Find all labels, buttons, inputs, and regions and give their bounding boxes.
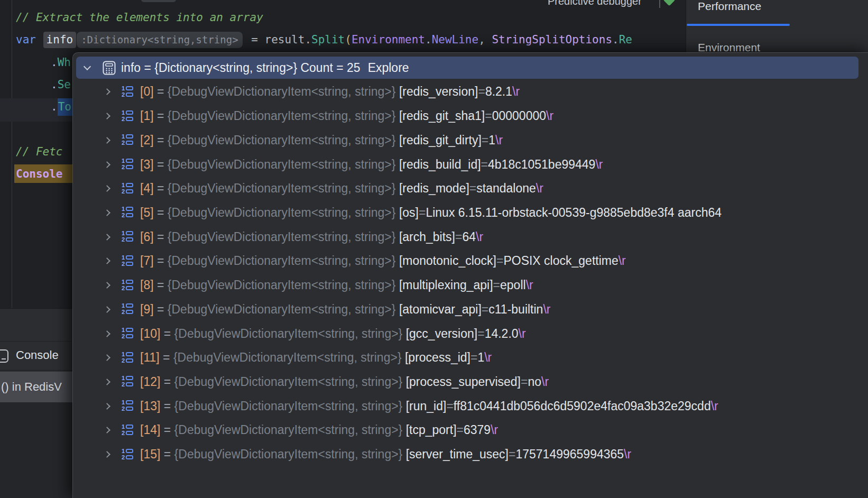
row-type: {DebugViewDictionaryItem<string, string>… bbox=[168, 302, 399, 317]
row-key: [atomicvar_api] bbox=[399, 302, 482, 317]
row-index: [7] bbox=[140, 254, 154, 268]
row-type: {DebugViewDictionaryItem<string, string>… bbox=[174, 447, 406, 462]
chevron-right-icon[interactable] bbox=[104, 306, 110, 313]
code-token: result bbox=[265, 33, 305, 47]
row-index: [9] bbox=[140, 302, 154, 317]
row-equals: = bbox=[154, 181, 168, 196]
inlay-hint-fragment bbox=[141, 0, 176, 2]
variable-row[interactable]: 12[3] = {DebugViewDictionaryItem<string,… bbox=[73, 152, 868, 177]
code-chain-line: .To bbox=[51, 100, 73, 114]
code-chain-line: .Wh bbox=[51, 56, 71, 70]
variable-row[interactable]: 12[1] = {DebugViewDictionaryItem<string,… bbox=[73, 104, 868, 128]
variable-row[interactable]: 12[15] = {DebugViewDictionaryItem<string… bbox=[73, 442, 868, 467]
code-chain-line: .Se bbox=[51, 78, 71, 92]
chevron-right-icon[interactable] bbox=[104, 234, 110, 241]
row-carriage-return: \r bbox=[541, 375, 549, 389]
row-equals: = bbox=[154, 133, 168, 147]
row-carriage-return: \r bbox=[491, 423, 498, 437]
variable-row[interactable]: 12[7] = {DebugViewDictionaryItem<string,… bbox=[73, 249, 868, 273]
code-token: ( bbox=[345, 33, 352, 47]
code-token: . bbox=[304, 33, 311, 47]
row-type: {DebugViewDictionaryItem<string, string>… bbox=[174, 423, 406, 437]
row-index: [8] bbox=[140, 278, 154, 292]
row-equals: = bbox=[154, 230, 168, 244]
variable-row[interactable]: 12[2] = {DebugViewDictionaryItem<string,… bbox=[73, 128, 868, 152]
code-line-var-info: var info:Dictionary<string,string> = res… bbox=[16, 31, 632, 49]
row-type: {DebugViewDictionaryItem<string, string>… bbox=[168, 158, 399, 172]
row-equals: = bbox=[160, 423, 174, 437]
variable-row[interactable]: 12[8] = {DebugViewDictionaryItem<string,… bbox=[73, 273, 868, 298]
code-token: var bbox=[16, 33, 36, 47]
chevron-right-icon[interactable] bbox=[104, 137, 110, 144]
chevron-right-icon[interactable] bbox=[104, 403, 110, 410]
chevron-right-icon[interactable] bbox=[104, 258, 110, 265]
code-token: , bbox=[478, 33, 492, 47]
code-token: NewLine bbox=[432, 33, 479, 47]
popup-header-row[interactable]: info = {Dictionary<string, string>} Coun… bbox=[76, 57, 858, 79]
row-kv-equals: = bbox=[457, 423, 464, 437]
row-kv-equals: = bbox=[446, 399, 453, 413]
variable-row[interactable]: 12[13] = {DebugViewDictionaryItem<string… bbox=[73, 394, 868, 418]
row-value: epoll bbox=[500, 278, 526, 292]
code-token: . bbox=[51, 78, 58, 91]
execution-point-highlight: Console bbox=[14, 164, 73, 183]
chevron-right-icon[interactable] bbox=[104, 161, 110, 168]
row-kv-equals: = bbox=[485, 109, 492, 123]
chevron-right-icon[interactable] bbox=[104, 282, 110, 289]
variable-row[interactable]: 12[9] = {DebugViewDictionaryItem<string,… bbox=[73, 297, 868, 321]
variable-row[interactable]: 12[12] = {DebugViewDictionaryItem<string… bbox=[73, 370, 868, 394]
row-kv-equals: = bbox=[470, 351, 477, 365]
variable-row[interactable]: 12[6] = {DebugViewDictionaryItem<string,… bbox=[73, 225, 868, 249]
chevron-right-icon[interactable] bbox=[104, 427, 110, 434]
row-index: [13] bbox=[140, 399, 160, 413]
numbered-list-icon: 12 bbox=[122, 158, 134, 171]
row-carriage-return: \r bbox=[543, 302, 550, 317]
numbered-list-icon: 12 bbox=[122, 206, 134, 219]
numbered-list-icon: 12 bbox=[122, 134, 134, 146]
stack-frame-label: () in RedisV bbox=[0, 380, 62, 394]
chevron-down-icon[interactable] bbox=[84, 63, 91, 70]
chevron-right-icon[interactable] bbox=[104, 113, 110, 119]
variable-row[interactable]: 12[0] = {DebugViewDictionaryItem<string,… bbox=[73, 80, 868, 104]
row-carriage-return: \r bbox=[495, 133, 503, 147]
code-token bbox=[36, 33, 43, 47]
chevron-right-icon[interactable] bbox=[104, 354, 110, 361]
code-token: = bbox=[245, 33, 265, 47]
chevron-right-icon[interactable] bbox=[104, 185, 110, 192]
variable-row[interactable]: 12[4] = {DebugViewDictionaryItem<string,… bbox=[73, 177, 868, 201]
row-value: 4b18c1051be99449 bbox=[488, 158, 595, 172]
code-token: . bbox=[51, 56, 58, 69]
chevron-right-icon[interactable] bbox=[104, 379, 110, 385]
popup-eq: = bbox=[141, 61, 154, 75]
variable-row[interactable]: 12[11] = {DebugViewDictionaryItem<string… bbox=[73, 346, 868, 370]
active-tab-underline bbox=[687, 24, 790, 26]
row-kv-equals: = bbox=[482, 302, 488, 317]
row-type: {DebugViewDictionaryItem<string, string>… bbox=[168, 109, 399, 123]
row-index: [10] bbox=[140, 327, 160, 341]
code-comment-fetch: // Fetc bbox=[16, 145, 63, 159]
row-carriage-return: \r bbox=[536, 181, 543, 196]
row-carriage-return: \r bbox=[711, 399, 718, 413]
chevron-right-icon[interactable] bbox=[104, 209, 110, 216]
chevron-right-icon[interactable] bbox=[104, 88, 110, 95]
tab-performance[interactable]: Performance bbox=[698, 0, 761, 13]
row-equals: = bbox=[154, 254, 168, 268]
row-type: {DebugViewDictionaryItem<string, string>… bbox=[174, 375, 406, 389]
chevron-right-icon[interactable] bbox=[104, 330, 110, 337]
execution-point-word: Console bbox=[14, 168, 63, 180]
variable-row[interactable]: 12[5] = {DebugViewDictionaryItem<string,… bbox=[73, 201, 868, 225]
row-kv-equals: = bbox=[509, 447, 515, 462]
row-key: [redis_git_dirty] bbox=[399, 133, 482, 147]
explore-link[interactable]: Explore bbox=[368, 61, 409, 75]
variable-row[interactable]: 12[10] = {DebugViewDictionaryItem<string… bbox=[73, 321, 868, 346]
row-type: {DebugViewDictionaryItem<string, string>… bbox=[168, 85, 399, 99]
chevron-right-icon[interactable] bbox=[104, 451, 110, 458]
code-token: . bbox=[425, 33, 432, 47]
variable-row[interactable]: 12[14] = {DebugViewDictionaryItem<string… bbox=[73, 418, 868, 442]
ide-root: // Extract the elements into an array va… bbox=[0, 0, 868, 498]
row-carriage-return: \r bbox=[512, 85, 520, 99]
row-type: {DebugViewDictionaryItem<string, string>… bbox=[173, 351, 405, 365]
row-carriage-return: \r bbox=[526, 278, 533, 292]
numbered-list-icon: 12 bbox=[122, 352, 134, 364]
console-tab-label: Console bbox=[16, 348, 59, 362]
